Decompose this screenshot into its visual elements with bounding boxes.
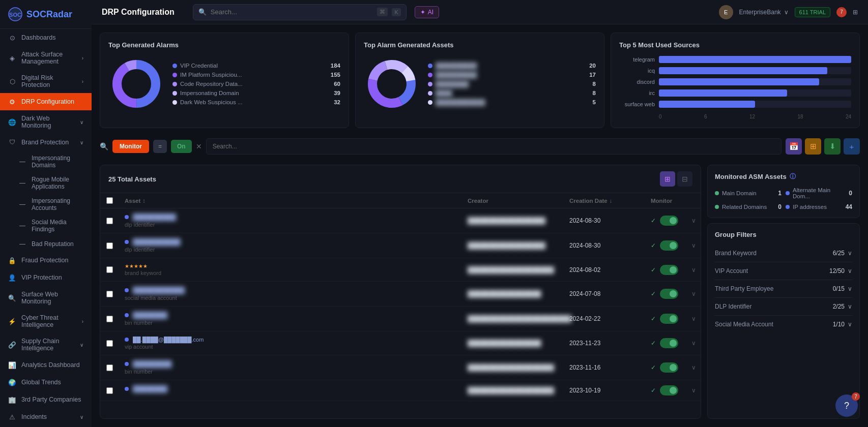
cell-monitor[interactable]: ✓ bbox=[645, 258, 685, 281]
monitor-toggle[interactable] bbox=[660, 289, 678, 299]
sidebar-item-drp-config[interactable]: ⚙ DRP Configuration bbox=[0, 93, 92, 110]
sidebar-item-surface-web[interactable]: 🔍 Surface Web Monitoring bbox=[0, 286, 92, 310]
user-info[interactable]: EnterpriseBank ∨ bbox=[739, 9, 789, 16]
monitor-toggle[interactable] bbox=[660, 265, 678, 275]
cell-checkbox[interactable] bbox=[100, 258, 119, 281]
calendar-filter-button[interactable]: 📅 bbox=[786, 138, 802, 155]
sidebar-item-dashboards[interactable]: ⊙ Dashboards bbox=[0, 29, 92, 46]
table-panel: 25 Total Assets ⊞ ⊟ Asset ↕ Creator C bbox=[100, 165, 701, 419]
cell-monitor[interactable]: ✓ bbox=[645, 307, 685, 331]
cell-monitor[interactable]: ✓ bbox=[645, 282, 685, 306]
cell-checkbox[interactable] bbox=[100, 282, 119, 306]
cell-checkbox[interactable] bbox=[100, 331, 119, 355]
gf-item-dlp[interactable]: DLP Identifier 2/25 ∨ bbox=[715, 298, 852, 316]
expand-icon[interactable]: ∨ bbox=[691, 315, 696, 322]
grid-view-button[interactable]: ⊞ bbox=[660, 171, 675, 187]
add-button[interactable]: + bbox=[844, 138, 860, 155]
sidebar-item-brand-protection[interactable]: 🛡 Brand Protection ∨ bbox=[0, 134, 92, 151]
cell-expand[interactable]: ∨ bbox=[685, 307, 701, 331]
cell-monitor[interactable]: ✓ bbox=[645, 208, 685, 233]
expand-icon[interactable]: ∨ bbox=[691, 217, 696, 224]
row-checkbox[interactable] bbox=[106, 291, 113, 297]
sidebar-item-fraud[interactable]: 🔒 Fraud Protection bbox=[0, 252, 92, 269]
sidebar-item-digital-risk[interactable]: ⬡ Digital Risk Protection › bbox=[0, 70, 92, 93]
row-checkbox[interactable] bbox=[106, 242, 113, 249]
equals-filter-button[interactable]: = bbox=[153, 140, 167, 153]
cell-expand[interactable]: ∨ bbox=[685, 258, 701, 281]
gf-item-third-party[interactable]: Third Party Employee 0/15 ∨ bbox=[715, 280, 852, 298]
cell-checkbox[interactable] bbox=[100, 233, 119, 258]
cell-monitor[interactable]: ✓ bbox=[645, 331, 685, 355]
gf-item-brand-keyword[interactable]: Brand Keyword 6/25 ∨ bbox=[715, 245, 852, 262]
asm-label: IP addresses bbox=[793, 204, 843, 210]
sidebar-item-attack-surface[interactable]: ◈ Attack Surface Management › bbox=[0, 46, 92, 70]
expand-icon[interactable]: ∨ bbox=[691, 266, 696, 273]
sidebar-item-vip[interactable]: 👤 VIP Protection bbox=[0, 269, 92, 286]
row-checkbox[interactable] bbox=[106, 340, 113, 347]
filter-view-button[interactable]: ⊟ bbox=[677, 171, 692, 187]
sidebar-item-supply-chain[interactable]: 🔗 Supply Chain Intelligence ∨ bbox=[0, 333, 92, 356]
notification-badge[interactable]: 7 bbox=[836, 7, 847, 17]
cell-expand[interactable]: ∨ bbox=[685, 355, 701, 380]
row-checkbox[interactable] bbox=[106, 316, 113, 322]
sidebar-item-dark-web[interactable]: 🌐 Dark Web Monitoring ∨ bbox=[0, 110, 92, 134]
row-checkbox[interactable] bbox=[106, 266, 113, 273]
monitor-toggle[interactable] bbox=[660, 385, 678, 395]
expand-icon[interactable]: ∨ bbox=[691, 242, 696, 249]
cell-expand[interactable]: ∨ bbox=[685, 282, 701, 306]
cell-expand[interactable]: ∨ bbox=[685, 233, 701, 258]
sidebar-item-3rdparty[interactable]: 🏢 3rd Party Companies bbox=[0, 391, 92, 408]
sidebar-item-imp-domains[interactable]: — Impersonating Domains bbox=[14, 151, 92, 172]
col-creator[interactable]: Creator bbox=[461, 193, 563, 208]
sidebar-item-incidents[interactable]: ⚠ Incidents ∨ bbox=[0, 408, 92, 425]
monitor-toggle[interactable] bbox=[660, 362, 678, 373]
select-all-checkbox[interactable] bbox=[106, 197, 113, 204]
monitor-toggle[interactable] bbox=[660, 314, 678, 324]
cell-monitor[interactable]: ✓ bbox=[645, 233, 685, 258]
row-checkbox[interactable] bbox=[106, 218, 113, 224]
sidebar-item-rogue-mobile[interactable]: — Rogue Mobile Applications bbox=[14, 172, 92, 194]
gf-item-social-media-account[interactable]: Social Media Account 1/10 ∨ bbox=[715, 316, 852, 333]
asset-type: bin number bbox=[125, 369, 153, 375]
on-filter-button[interactable]: On bbox=[171, 140, 192, 153]
cell-expand[interactable]: ∨ bbox=[685, 208, 701, 233]
support-bubble[interactable]: ? 7 bbox=[835, 394, 858, 417]
col-creation-date[interactable]: Creation Date ↓ bbox=[563, 193, 645, 208]
expand-icon[interactable]: ∨ bbox=[691, 340, 696, 347]
expand-icon[interactable]: ∨ bbox=[691, 387, 696, 394]
monitor-filter-button[interactable]: Monitor bbox=[112, 140, 149, 153]
sidebar-item-analytics[interactable]: 📊 Analytics Dashboard bbox=[0, 356, 92, 374]
sidebar-item-imp-accounts[interactable]: — Impersonating Accounts bbox=[14, 194, 92, 215]
expand-icon[interactable]: ∨ bbox=[691, 364, 696, 371]
sort-filter-button[interactable]: ⊞ bbox=[805, 138, 821, 155]
row-checkbox[interactable] bbox=[106, 387, 113, 394]
sidebar-item-global-trends[interactable]: 🌍 Global Trends bbox=[0, 374, 92, 391]
cell-expand[interactable]: ∨ bbox=[685, 380, 701, 401]
sidebar-item-bad-rep[interactable]: — Bad Reputation bbox=[14, 236, 92, 252]
sidebar-item-cyber-threat[interactable]: ⚡ Cyber Threat Intelligence › bbox=[0, 310, 92, 333]
logo[interactable]: SOC SOCRadar bbox=[0, 0, 92, 29]
search-bar[interactable]: 🔍 ⌘ K bbox=[193, 4, 407, 20]
monitor-toggle[interactable] bbox=[660, 240, 678, 251]
cell-expand[interactable]: ∨ bbox=[685, 331, 701, 355]
cell-checkbox[interactable] bbox=[100, 208, 119, 233]
download-button[interactable]: ⬇ bbox=[824, 138, 841, 155]
sidebar-item-label: Digital Risk Protection bbox=[21, 74, 77, 88]
clear-filter-button[interactable]: ✕ bbox=[196, 142, 202, 150]
search-input[interactable] bbox=[211, 8, 373, 16]
cell-checkbox[interactable] bbox=[100, 355, 119, 380]
ai-button[interactable]: ✦ AI bbox=[415, 6, 439, 18]
row-checkbox[interactable] bbox=[106, 364, 113, 371]
expand-icon[interactable]: ∨ bbox=[691, 290, 696, 297]
col-asset[interactable]: Asset ↕ bbox=[119, 193, 461, 208]
monitor-toggle[interactable] bbox=[660, 216, 678, 226]
cell-monitor[interactable]: ✓ bbox=[645, 355, 685, 380]
cell-checkbox[interactable] bbox=[100, 307, 119, 331]
user-menu-btn[interactable]: ⊞ bbox=[853, 9, 858, 16]
cell-monitor[interactable]: ✓ bbox=[645, 380, 685, 401]
filter-search-input[interactable] bbox=[206, 138, 782, 155]
sidebar-item-social-media[interactable]: — Social Media Findings bbox=[14, 215, 92, 236]
gf-item-vip-account[interactable]: VIP Account 12/50 ∨ bbox=[715, 262, 852, 280]
cell-checkbox[interactable] bbox=[100, 380, 119, 401]
monitor-toggle[interactable] bbox=[660, 338, 678, 348]
